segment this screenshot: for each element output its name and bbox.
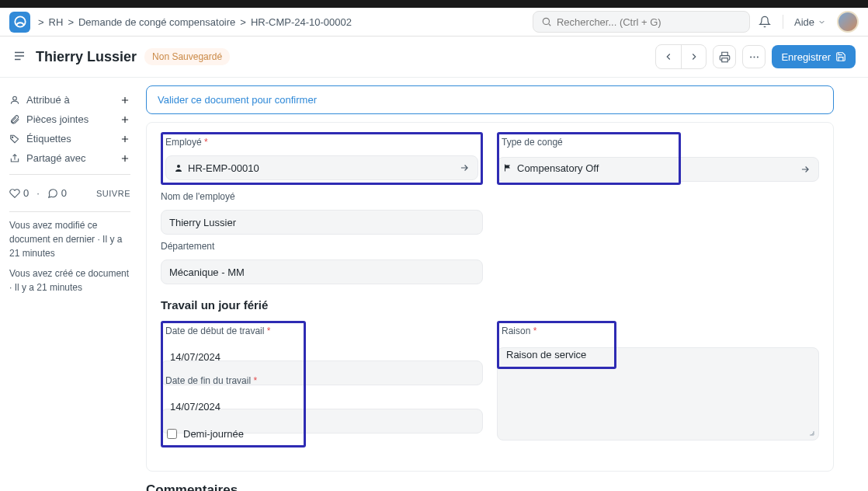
half-day-checkbox[interactable]: [167, 429, 177, 439]
leave-type-label: Type de congé: [502, 137, 676, 149]
notifications-icon[interactable]: [758, 15, 772, 29]
employee-name-field: Thierry Lussier: [161, 210, 483, 235]
avatar[interactable]: [837, 11, 859, 33]
half-day-label: Demi-journée: [183, 428, 244, 440]
page-title: Thierry Lussier: [36, 49, 137, 65]
save-button[interactable]: Enregistrer: [772, 45, 856, 68]
department-field: Mécanique - MM: [161, 259, 483, 284]
topbar: > RH > Demande de congé compensatoire > …: [0, 8, 868, 37]
plus-icon[interactable]: [120, 134, 130, 145]
modified-info: Vous avez modifié ce document en dernier…: [9, 218, 130, 260]
created-info: Vous avez créé ce document · Il y a 21 m…: [9, 266, 130, 294]
likes-count[interactable]: 0: [9, 187, 29, 199]
search-input[interactable]: Rechercher... (Ctrl + G): [533, 11, 750, 33]
sidebar-item-label: Partagé avec: [26, 152, 86, 164]
highlight-leave-type: Type de congé Compensatory Off: [497, 132, 681, 185]
plus-icon[interactable]: [120, 114, 130, 125]
work-end-label: Date de fin du travail *: [165, 375, 301, 388]
nav-prev-next: [655, 44, 707, 69]
plus-icon[interactable]: [120, 95, 130, 106]
save-button-label: Enregistrer: [781, 51, 831, 63]
print-button[interactable]: [713, 45, 736, 68]
breadcrumb-sep: >: [38, 16, 44, 28]
breadcrumb-item-docname[interactable]: HR-CMP-24-10-00002: [251, 16, 352, 28]
breadcrumb: > RH > Demande de congé compensatoire > …: [38, 16, 352, 28]
employee-field[interactable]: HR-EMP-00010: [165, 155, 478, 180]
breadcrumb-item-rh[interactable]: RH: [49, 16, 64, 28]
highlight-reason: Raison * Raison de service: [497, 321, 616, 369]
reason-label: Raison *: [502, 326, 612, 338]
sidebar-item-shared[interactable]: Partagé avec: [9, 148, 130, 168]
menu-button[interactable]: [742, 45, 766, 68]
page-header: Thierry Lussier Non Sauvegardé Enregistr…: [0, 37, 868, 78]
sidebar-item-attachments[interactable]: Pièces jointes: [9, 110, 130, 129]
app-logo[interactable]: [9, 12, 30, 33]
sidebar-item-tags[interactable]: Étiquettes: [9, 129, 130, 148]
work-from-label: Date de début de travail *: [165, 326, 301, 338]
divider: [783, 15, 783, 29]
highlight-employee: Employé * HR-EMP-00010: [161, 132, 483, 185]
sidebar: Attribué à Pièces jointes Étiquettes Par…: [0, 78, 140, 491]
next-button[interactable]: [681, 45, 706, 68]
svg-point-8: [177, 165, 180, 168]
comments-count[interactable]: 0: [47, 187, 67, 199]
svg-point-5: [757, 56, 759, 57]
svg-point-4: [753, 56, 755, 57]
help-dropdown[interactable]: Aide: [794, 16, 826, 28]
employee-value: HR-EMP-00010: [188, 162, 259, 174]
resize-handle-icon[interactable]: [806, 427, 815, 437]
work-from-value: 14/07/2024: [170, 351, 220, 363]
svg-point-1: [543, 18, 549, 24]
employee-label: Employé *: [165, 137, 478, 149]
link-arrow-icon[interactable]: [459, 162, 470, 173]
menu-toggle-icon[interactable]: [12, 49, 28, 64]
employee-name-label: Nom de l'employé: [161, 191, 483, 204]
status-badge: Non Sauvegardé: [144, 48, 230, 65]
svg-point-7: [12, 136, 12, 137]
svg-point-6: [13, 96, 17, 100]
department-label: Département: [161, 241, 483, 253]
comments-heading: Commentaires: [146, 482, 834, 491]
link-arrow-icon[interactable]: [800, 164, 811, 175]
highlight-dates: Date de début de travail * 14/07/2024 Da…: [161, 321, 306, 447]
sidebar-item-label: Attribué à: [26, 94, 70, 106]
leave-type-value: Compensatory Off: [517, 162, 599, 174]
help-label: Aide: [794, 16, 814, 28]
reason-value: Raison de service: [506, 349, 586, 360]
svg-rect-2: [722, 57, 728, 61]
svg-point-3: [750, 56, 752, 57]
follow-button[interactable]: SUIVRE: [96, 189, 130, 198]
sidebar-item-label: Pièces jointes: [26, 113, 89, 125]
sidebar-item-assigned[interactable]: Attribué à: [9, 90, 130, 110]
confirm-alert: Valider ce document pour confirmer: [146, 85, 834, 114]
breadcrumb-item-doctype[interactable]: Demande de congé compensatoire: [78, 16, 235, 28]
breadcrumb-sep: >: [68, 16, 74, 28]
search-placeholder: Rechercher... (Ctrl + G): [557, 16, 661, 28]
holiday-section-heading: Travail un jour férié: [147, 298, 833, 312]
sidebar-item-label: Étiquettes: [26, 133, 71, 145]
breadcrumb-sep: >: [240, 16, 246, 28]
plus-icon[interactable]: [120, 153, 130, 164]
main-pane: Valider ce document pour confirmer Emplo…: [140, 78, 868, 491]
prev-button[interactable]: [656, 45, 681, 68]
